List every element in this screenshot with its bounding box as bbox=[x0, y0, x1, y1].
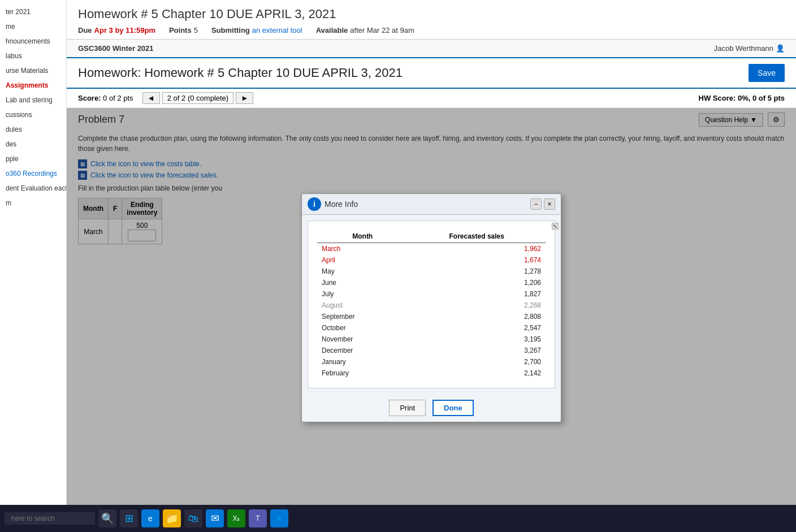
modal-table-row: October2,547 bbox=[317, 322, 546, 334]
modal-table-row: December3,267 bbox=[317, 345, 546, 356]
taskbar-folder-icon[interactable]: 📁 bbox=[163, 509, 181, 527]
available-value: after Mar 22 at 9am bbox=[350, 26, 414, 34]
taskbar-teams-icon[interactable]: T bbox=[249, 509, 267, 527]
modal-col-month: Month bbox=[317, 230, 408, 243]
sidebar: ter 2021 me hnouncements labus urse Mate… bbox=[0, 0, 67, 532]
modal-titlebar: i More Info − × bbox=[302, 194, 561, 215]
main-content: Homework # 5 Chapter 10 DUE APRIL 3, 202… bbox=[67, 0, 796, 532]
modal-table-row: November3,195 bbox=[317, 334, 546, 345]
score-left: Score: 0 of 2 pts ◄ 2 of 2 (0 complete) … bbox=[78, 92, 253, 104]
points-value: 5 bbox=[194, 26, 198, 34]
modal-table-row: September2,808 bbox=[317, 311, 546, 322]
sidebar-item-assignments[interactable]: Assignments bbox=[0, 78, 66, 93]
taskbar-store-icon[interactable]: 🛍 bbox=[184, 509, 202, 527]
meta-row: Due Apr 3 by 11:59pm Points 5 Submitting… bbox=[78, 26, 785, 34]
user-icon: 👤 bbox=[776, 44, 785, 53]
nav-prev-button[interactable]: ◄ bbox=[142, 92, 160, 104]
course-name: GSC3600 Winter 2021 bbox=[78, 44, 154, 53]
score-label: Score: bbox=[78, 94, 101, 102]
submitting-value: an external tool bbox=[252, 26, 302, 34]
nav-dropdown[interactable]: 2 of 2 (0 complete) bbox=[162, 92, 233, 104]
more-info-modal: i More Info − × ⤡ bbox=[301, 193, 561, 422]
sidebar-item-prev[interactable]: ter 2021 bbox=[0, 5, 66, 19]
sidebar-item-discussions[interactable]: cussions bbox=[0, 107, 66, 122]
submitting-item: Submitting an external tool bbox=[211, 26, 302, 34]
points-label: Points bbox=[169, 26, 192, 34]
submitting-label: Submitting bbox=[211, 26, 250, 34]
user-name: Jacob Werthmann bbox=[714, 44, 773, 53]
available-item: Available after Mar 22 at 9am bbox=[316, 26, 414, 34]
modal-table-row: May1,278 bbox=[317, 266, 546, 277]
modal-table-row: February2,142 bbox=[317, 367, 546, 379]
modal-close-button[interactable]: × bbox=[544, 198, 555, 210]
hw-score: HW Score: 0%, 0 of 5 pts bbox=[699, 94, 785, 102]
modal-minimize-button[interactable]: − bbox=[530, 198, 542, 210]
due-value: Apr 3 by 11:59pm bbox=[94, 26, 155, 34]
modal-footer: Print Done bbox=[302, 394, 561, 422]
available-label: Available bbox=[316, 26, 348, 34]
info-icon: i bbox=[308, 197, 321, 211]
modal-controls: − × bbox=[530, 198, 555, 210]
nav-arrows: ◄ 2 of 2 (0 complete) ► bbox=[142, 92, 254, 104]
sidebar-item-modules[interactable]: dules bbox=[0, 122, 66, 137]
sidebar-item-grades[interactable]: des bbox=[0, 137, 66, 152]
taskbar-mail-icon[interactable]: ✉ bbox=[206, 509, 224, 527]
sidebar-item-materials[interactable]: urse Materials bbox=[0, 63, 66, 78]
points-item: Points 5 bbox=[169, 26, 198, 34]
modal-print-button[interactable]: Print bbox=[389, 400, 426, 416]
problem-area: Problem 7 Question Help ▼ ⚙ Complete the… bbox=[67, 108, 796, 507]
expand-icon[interactable]: ⤡ bbox=[552, 223, 555, 230]
modal-table-row: March1,962 bbox=[317, 243, 546, 254]
score-row: Score: 0 of 2 pts ◄ 2 of 2 (0 complete) … bbox=[67, 89, 796, 108]
sidebar-item-people[interactable]: pple bbox=[0, 152, 66, 166]
taskbar-browser-icon[interactable]: e bbox=[270, 509, 288, 527]
sidebar-item-recordings[interactable]: o360 Recordings bbox=[0, 166, 66, 181]
modal-body-wrapper: ⤡ Month Forecasted sales March1,962April bbox=[302, 220, 561, 388]
taskbar-widgets-icon[interactable]: ⊞ bbox=[120, 509, 138, 527]
taskbar-search-input[interactable] bbox=[5, 512, 95, 525]
hw-title: Homework: Homework # 5 Chapter 10 DUE AP… bbox=[78, 66, 403, 80]
modal-table-row: April1,674 bbox=[317, 254, 546, 266]
modal-body: ⤡ Month Forecasted sales March1,962April bbox=[308, 220, 555, 388]
sidebar-item-evaluation[interactable]: dent Evaluation eaching bbox=[0, 181, 66, 196]
save-button[interactable]: Save bbox=[749, 64, 785, 82]
score-info: Score: 0 of 2 pts bbox=[78, 94, 133, 102]
score-value: 0 of 2 pts bbox=[103, 94, 133, 102]
course-header: GSC3600 Winter 2021 Jacob Werthmann 👤 bbox=[67, 40, 796, 58]
modal-overlay: i More Info − × ⤡ bbox=[67, 108, 796, 507]
due-item: Due Apr 3 by 11:59pm bbox=[78, 26, 155, 34]
modal-done-button[interactable]: Done bbox=[432, 400, 474, 416]
taskbar-xbox-icon[interactable]: X₃ bbox=[227, 509, 245, 527]
sidebar-item-lab[interactable]: Lab and stering bbox=[0, 93, 66, 107]
modal-table-row: January2,700 bbox=[317, 356, 546, 367]
sidebar-item-zoom[interactable]: m bbox=[0, 196, 66, 210]
user-info: Jacob Werthmann 👤 bbox=[714, 44, 785, 53]
modal-titlebar-left: i More Info bbox=[308, 197, 358, 211]
modal-table-row: August2,268 bbox=[317, 300, 546, 311]
sidebar-item-syllabus[interactable]: labus bbox=[0, 49, 66, 63]
taskbar-edge-icon[interactable]: e bbox=[141, 509, 159, 527]
due-label: Due bbox=[78, 26, 92, 34]
modal-table-row: June1,206 bbox=[317, 277, 546, 288]
page-title: Homework # 5 Chapter 10 DUE APRIL 3, 202… bbox=[78, 7, 785, 21]
modal-title: More Info bbox=[325, 200, 358, 209]
forecasted-sales-table: Month Forecasted sales March1,962April1,… bbox=[317, 230, 546, 379]
taskbar: 🔍 ⊞ e 📁 🛍 ✉ X₃ T e bbox=[0, 505, 796, 532]
hw-score-value: 0%, 0 of 5 pts bbox=[738, 94, 785, 102]
hw-score-label: HW Score: bbox=[699, 94, 736, 102]
hw-section: Homework: Homework # 5 Chapter 10 DUE AP… bbox=[67, 58, 796, 89]
modal-col-sales: Forecasted sales bbox=[408, 230, 546, 243]
sidebar-item-home[interactable]: me bbox=[0, 19, 66, 34]
sidebar-item-announcements[interactable]: hnouncements bbox=[0, 34, 66, 49]
modal-table-row: July1,827 bbox=[317, 288, 546, 300]
nav-next-button[interactable]: ► bbox=[236, 92, 253, 104]
page-header: Homework # 5 Chapter 10 DUE APRIL 3, 202… bbox=[67, 0, 796, 40]
taskbar-search-icon[interactable]: 🔍 bbox=[98, 509, 116, 527]
